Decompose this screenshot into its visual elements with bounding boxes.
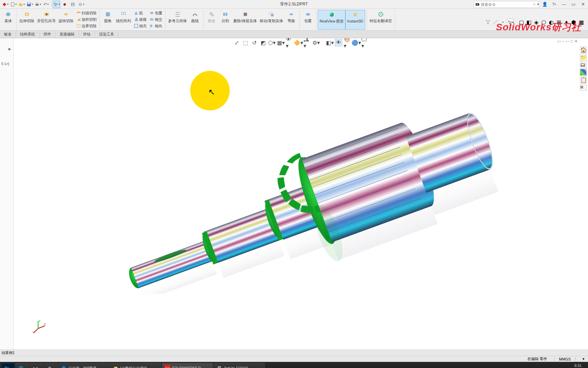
logo-button[interactable]: ▾: [1, 1, 9, 8]
view-settings-icon[interactable]: ⚙▾: [312, 39, 320, 46]
tab-structure[interactable]: 结构系统: [16, 31, 39, 38]
select-button[interactable]: ▾: [53, 1, 60, 8]
rebuild-button[interactable]: [61, 1, 68, 8]
child-close-icon[interactable]: ✕: [574, 39, 578, 44]
rib-button[interactable]: 筋: [132, 10, 148, 16]
svg-point-29: [151, 18, 154, 21]
svg-point-18: [64, 13, 68, 15]
edit-appearance-icon[interactable]: 🔶▾: [295, 39, 302, 46]
hide-show-icon[interactable]: 👁▾: [286, 39, 293, 46]
search-icon[interactable]: ▾: [532, 1, 539, 7]
close-button[interactable]: ✕: [579, 1, 587, 8]
help-button[interactable]: ?▾: [551, 1, 558, 8]
move-copy-body-button[interactable]: 移动/复制实体: [258, 10, 284, 30]
viewport[interactable]: ⤢ ⬚ ↺ ◩ ⬡▾ ▦▾ 👁▾ 🔶▾ 🏞▾ ⚙▾ ◧▾ 👁 🎨▾ 🔵▾ 🖵▾ …: [14, 38, 588, 350]
tab-weldment[interactable]: 焊件: [39, 31, 55, 38]
status-units[interactable]: MMGS: [554, 357, 576, 361]
swept-cut-button[interactable]: 扫描切除: [75, 10, 98, 16]
curves-button[interactable]: 曲线: [188, 10, 202, 30]
custom-props-icon[interactable]: 📋: [580, 76, 587, 83]
watermark-logo: SolidWorks研习社: [496, 21, 581, 34]
taskbar-app3[interactable]: ⚬⚬: [30, 363, 44, 368]
boundary-cut-button[interactable]: 边界切除: [75, 23, 98, 29]
minimize-button[interactable]: —: [560, 1, 568, 8]
appearances-icon[interactable]: [580, 69, 587, 76]
status-extra-icon[interactable]: ▾: [583, 357, 585, 361]
child-maximize-icon[interactable]: □: [571, 39, 573, 44]
view-orientation-icon[interactable]: ⬡▾: [268, 39, 276, 46]
restore-button[interactable]: ▭: [570, 1, 577, 8]
view-palette-icon[interactable]: 🗂: [580, 61, 587, 68]
fillet-button[interactable]: 圆角: [101, 10, 115, 30]
instant3d-button[interactable]: Instant3D: [345, 10, 365, 30]
settings-button[interactable]: ▾: [77, 1, 85, 8]
base-button[interactable]: 基体: [1, 10, 15, 30]
flex-button[interactable]: 弯曲: [284, 10, 298, 30]
wrap2-button[interactable]: 包覆: [301, 10, 315, 30]
tab-render[interactable]: 渲染工具: [95, 31, 118, 38]
delete-keep-body-button[interactable]: 删除/保留实体: [232, 10, 258, 30]
status-editing: 在编辑 零件: [527, 356, 547, 362]
combine-button[interactable]: 组合: [205, 10, 218, 30]
search-box[interactable]: ▾: [474, 1, 539, 8]
child-minimize2-icon[interactable]: —: [565, 39, 569, 44]
mirror-button[interactable]: 镜向: [148, 23, 164, 29]
motion-study-bar[interactable]: 动算例1: [0, 350, 588, 356]
filter-icon[interactable]: [485, 19, 491, 26]
undo-button[interactable]: ↶▾: [42, 1, 50, 8]
svg-rect-41: [271, 14, 274, 17]
previous-view-icon[interactable]: ↺: [250, 39, 258, 46]
resources-icon[interactable]: 📁: [580, 54, 587, 61]
section-view-icon[interactable]: ◩: [259, 39, 267, 46]
colors-icon[interactable]: 🔵▾: [353, 39, 360, 46]
translate-macro-button[interactable]: 特征名翻译宏: [368, 10, 393, 30]
svg-point-43: [330, 13, 334, 17]
taskbar-imageviewer[interactable]: 🖼Jxzt-tp-110101-...: [214, 363, 265, 368]
options-button[interactable]: [69, 1, 77, 8]
taskbar-solidworks[interactable]: SWSOLIDWORKS P...: [162, 363, 213, 368]
child-restore-icon[interactable]: ▫: [562, 39, 564, 44]
shell-button[interactable]: 抽壳: [132, 23, 148, 29]
render-icon[interactable]: 🎨▾: [344, 39, 351, 46]
display-style-icon[interactable]: ▦▾: [277, 39, 284, 46]
zoom-fit-icon[interactable]: ⤢: [233, 39, 240, 46]
apply-scene-icon[interactable]: 🏞▾: [304, 39, 311, 46]
tab-evaluate[interactable]: 评估: [79, 31, 95, 38]
user-icon[interactable]: 👤: [541, 1, 549, 8]
linear-pattern-button[interactable]: 线性阵列: [115, 10, 132, 30]
loft-cut-button[interactable]: 放样切割: [75, 16, 98, 22]
forum-icon[interactable]: ≡: [580, 84, 587, 91]
reference-geometry-button[interactable]: 参考几何体: [167, 10, 188, 30]
taskbar-app4[interactable]: ⚙: [44, 363, 58, 368]
system-clock[interactable]: 8:31 2023/6/5: [571, 364, 585, 368]
hole-wizard-button[interactable]: 异型孔向导: [36, 10, 57, 30]
print-button[interactable]: ▾: [34, 1, 42, 8]
taskbar-browser[interactable]: 🌐: [16, 363, 29, 368]
motion-study-tab[interactable]: 动算例1: [1, 350, 15, 355]
view-cube-icon[interactable]: ◧▾: [326, 39, 333, 46]
taskbar-photoshop[interactable]: Ps: [1, 363, 15, 368]
open-button[interactable]: ▾: [18, 1, 25, 8]
wrap-button[interactable]: 包覆: [148, 10, 164, 16]
new-button[interactable]: ▾: [10, 1, 17, 8]
taskbar-explorer[interactable]: 📁H:\微信公众号\0...: [110, 363, 161, 368]
child-minimize-icon[interactable]: ▭: [557, 39, 561, 44]
zoom-area-icon[interactable]: ⬚: [242, 39, 249, 46]
panel-expand-icon[interactable]: ▶: [9, 47, 11, 51]
command-search-input[interactable]: [481, 2, 532, 6]
monitor-icon[interactable]: 🖵▾: [361, 39, 369, 46]
draft-button[interactable]: 拔模: [132, 16, 148, 22]
extrude-cut-button[interactable]: 拉伸切除: [18, 10, 36, 30]
tab-direct-edit[interactable]: 直接编辑: [55, 31, 79, 38]
taskbar-360browser[interactable]: 🔵公众号 - 360极速...: [59, 363, 110, 368]
split-button[interactable]: 分割: [218, 10, 232, 30]
camera-icon[interactable]: 👁: [335, 39, 342, 46]
gear-shaft-model[interactable]: [71, 55, 507, 294]
intersect-button[interactable]: 相交: [148, 16, 164, 22]
home-icon[interactable]: 🏠: [580, 46, 587, 53]
tab-sheetmetal[interactable]: 钣金: [0, 31, 16, 38]
realview-button[interactable]: RealView 图形: [318, 10, 345, 30]
save-button[interactable]: ▾: [26, 1, 33, 8]
revolve-cut-button[interactable]: 旋转切除: [57, 10, 75, 30]
feature-manager-panel[interactable]: ▶ 5 1>): [0, 38, 14, 350]
